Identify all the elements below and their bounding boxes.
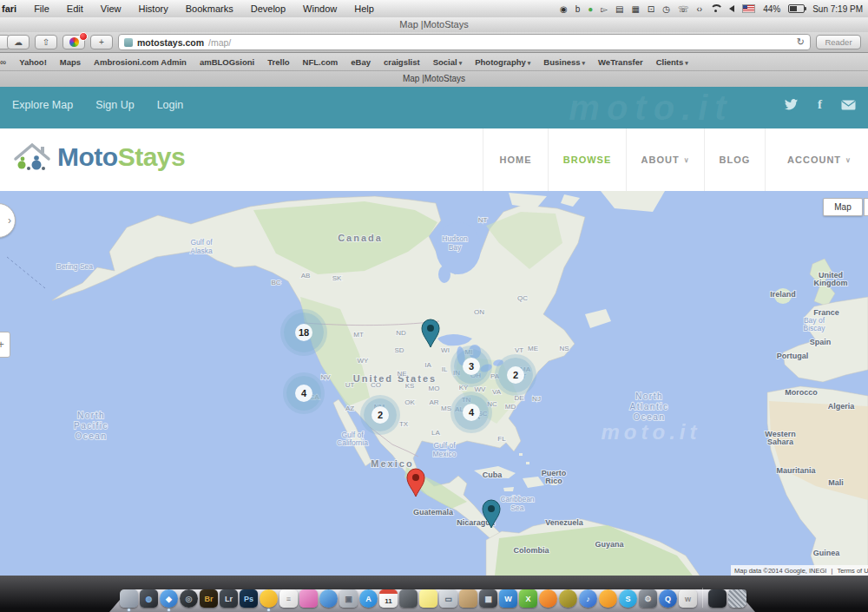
bookmark-nflcom[interactable]: NFL.com — [303, 57, 339, 67]
email-icon[interactable] — [841, 100, 856, 110]
extension-button[interactable] — [62, 35, 85, 49]
dock-icon-orange-sphere-app[interactable] — [539, 589, 557, 608]
terms-link[interactable]: Terms of Use — [837, 567, 868, 575]
nav-item-browse[interactable]: BROWSE — [548, 128, 626, 191]
map-cluster-marker[interactable]: 18 — [284, 313, 324, 352]
bookmark-wetransfer[interactable]: WeTransfer — [598, 57, 643, 67]
map-cluster-marker[interactable]: 4 — [454, 395, 489, 430]
map-type-button[interactable]: Map — [823, 198, 863, 216]
dock-icon-itunes[interactable]: ♪ — [579, 589, 597, 608]
bookmark-social[interactable]: Social▾ — [433, 57, 463, 67]
phone-icon[interactable]: ☏ — [678, 4, 689, 14]
bookmark-craigslist[interactable]: craigslist — [384, 57, 420, 67]
dock-icon-flower-app[interactable] — [299, 589, 318, 608]
dock-icon-photo-app[interactable]: ▣ — [339, 589, 358, 608]
battery-icon[interactable] — [788, 4, 805, 13]
dock-icon-safari[interactable]: ◆ — [160, 589, 178, 608]
twitter-icon[interactable] — [785, 99, 799, 110]
map-pin-teal[interactable] — [420, 319, 441, 352]
share-button[interactable]: ⇧ — [35, 35, 57, 49]
tab-bar[interactable]: Map |MotoStays — [0, 71, 868, 88]
dock-icon-word-doc-app[interactable]: w — [679, 589, 697, 608]
new-tab-button[interactable]: + — [90, 35, 113, 49]
dock-icon-cyberduck[interactable] — [260, 589, 278, 608]
dock-icon-adobe-lightroom[interactable]: Lr — [220, 589, 238, 608]
map-zoom-control[interactable]: + — [0, 332, 10, 358]
address-bar[interactable]: motostays.com /map/ ↻ — [118, 34, 811, 50]
bookmark-yahoo[interactable]: Yahoo! — [19, 57, 47, 67]
menubar-clock[interactable]: Sun 7:19 PM — [812, 4, 863, 14]
nav-item-about[interactable]: ABOUT∨ — [626, 128, 704, 191]
dock-icon-system-preferences[interactable]: ⚙ — [639, 589, 657, 608]
map-canvas[interactable]: CanadaUnited StatesMexicoBering SeaGulf … — [0, 191, 868, 576]
menu-develop[interactable]: Develop — [242, 0, 294, 17]
facebook-icon[interactable]: f — [818, 98, 822, 111]
map-cluster-marker[interactable]: 2 — [364, 398, 397, 431]
bookmark-amblogsioni[interactable]: amBLOGsioni — [200, 57, 254, 67]
dock-icon-contacts-app[interactable] — [120, 589, 138, 608]
dock-icon-gray-phone-app[interactable] — [399, 589, 418, 608]
nav-item-blog[interactable]: BLOG — [704, 128, 765, 191]
dock-icon-app-store[interactable]: A — [359, 589, 378, 608]
bookmark-trello[interactable]: Trello — [267, 57, 289, 67]
window-titlebar[interactable]: Map |MotoStays — [0, 17, 868, 32]
menu-help[interactable]: Help — [345, 0, 383, 17]
bookmark-photography[interactable]: Photography▾ — [475, 57, 530, 67]
reading-list-icon[interactable]: ∞ — [0, 57, 6, 67]
map-cluster-marker[interactable]: 2 — [498, 358, 533, 392]
green-ball-icon[interactable]: ● — [588, 4, 593, 14]
site-logo[interactable]: MotoStays — [12, 141, 185, 174]
menu-view[interactable]: View — [92, 0, 130, 17]
menu-bookmarks[interactable]: Bookmarks — [177, 0, 242, 17]
bookmark-business[interactable]: Business▾ — [543, 57, 585, 67]
bookmark-ebay[interactable]: eBay — [351, 57, 371, 67]
topnav-exploremap[interactable]: Explore Map — [12, 99, 73, 111]
clock-icon[interactable]: ◷ — [662, 4, 670, 14]
menu-fari[interactable]: fari — [0, 0, 25, 17]
airplay-icon[interactable]: ⊡ — [648, 4, 654, 14]
dock-icon-book-app[interactable] — [459, 589, 477, 608]
dock-icon-stickies-app[interactable] — [419, 589, 437, 608]
menu-file[interactable]: File — [25, 0, 58, 17]
topnav-signup[interactable]: Sign Up — [95, 99, 134, 111]
send-icon[interactable]: ▻ — [601, 4, 608, 14]
dock-icon-calendar-app[interactable]: 11 — [379, 589, 398, 608]
dock-icon-textedit[interactable]: ≡ — [279, 589, 298, 608]
drive-icon[interactable]: ▦ — [631, 4, 639, 14]
reader-button[interactable]: Reader — [816, 35, 861, 49]
map-cluster-marker[interactable]: 4 — [286, 376, 321, 411]
map-pin-red[interactable] — [405, 468, 426, 501]
nav-item-account[interactable]: ACCOUNT∨ — [765, 128, 868, 191]
dock-icon-blue-w-app[interactable]: W — [499, 589, 517, 608]
eye-icon[interactable]: ◉ — [560, 4, 568, 14]
dock-icon-photo-collage-app[interactable]: ▦ — [479, 589, 497, 608]
film-icon[interactable]: ▤ — [615, 4, 623, 14]
dock-icon-adobe-bridge[interactable]: Br — [200, 589, 218, 608]
menu-history[interactable]: History — [129, 0, 176, 17]
nav-item-home[interactable]: HOME — [483, 128, 548, 191]
dock-icon-dark-app[interactable] — [708, 589, 727, 608]
satellite-button-sliver[interactable] — [864, 198, 868, 216]
bing-icon[interactable]: b — [575, 4, 581, 14]
dock-icon-camera-lens-app[interactable]: ◎ — [180, 589, 198, 608]
map-cluster-marker[interactable]: 3 — [454, 349, 489, 384]
bookmark-ambrosionicomadmin[interactable]: Ambrosioni.com Admin — [94, 57, 187, 67]
dock-icon-blue-sphere-app[interactable] — [319, 589, 338, 608]
dock-icon-skype[interactable]: S — [619, 589, 637, 608]
dock-icon-media-player-app[interactable]: ▭ — [439, 589, 457, 608]
dock-icon-adobe-photoshop[interactable]: Ps — [240, 589, 258, 608]
menu-window[interactable]: Window — [294, 0, 345, 17]
us-flag-icon[interactable] — [742, 4, 755, 13]
menu-edit[interactable]: Edit — [58, 0, 92, 17]
dock-icon-trash[interactable] — [728, 589, 746, 608]
dock-icon-excel[interactable]: X — [519, 589, 537, 608]
code-icon[interactable]: ‹› — [697, 4, 703, 14]
dock-icon-quicktime[interactable]: Q — [659, 589, 677, 608]
icloud-tabs-button[interactable]: ☁ — [7, 35, 30, 49]
wifi-icon[interactable] — [710, 4, 721, 13]
volume-icon[interactable] — [729, 5, 734, 12]
topnav-login[interactable]: Login — [157, 99, 184, 111]
dock-icon-dark-globe-app[interactable]: ◍ — [140, 589, 158, 608]
dock-icon-gold-disc-app[interactable] — [559, 589, 577, 608]
bookmark-maps[interactable]: Maps — [60, 57, 81, 67]
